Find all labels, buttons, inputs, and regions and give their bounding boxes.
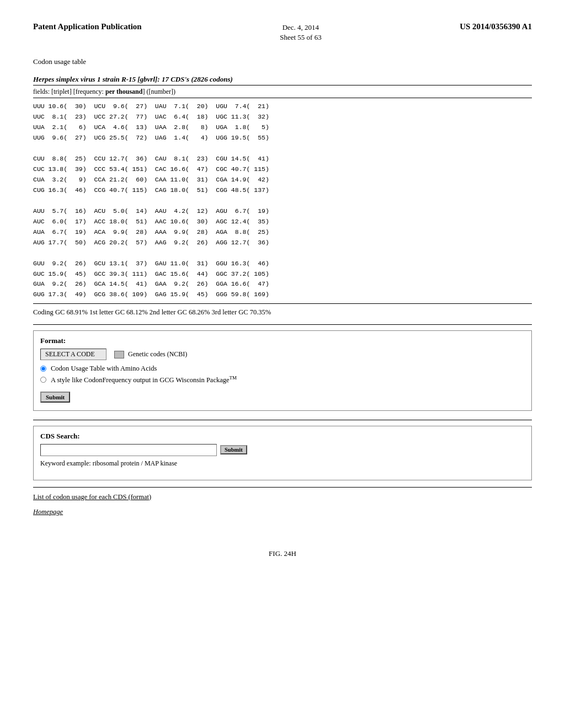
header-right: US 2014/0356390 A1	[460, 22, 532, 31]
codon-label: Codon usage table	[33, 57, 532, 66]
cds-submit-button[interactable]: Submit	[220, 445, 247, 454]
virus-bracket: [gbvrl]	[137, 75, 157, 83]
radio-amino-acids[interactable]	[40, 366, 46, 372]
fields-bold: per thousand	[105, 88, 142, 95]
header-date: Dec. 4, 2014	[282, 23, 319, 32]
gc-line: Coding GC 68.91% 1st letter GC 68.12% 2n…	[33, 308, 532, 317]
format-section: Format: SELECT A CODE Genetic codes (NCB…	[33, 330, 532, 410]
cds-search-input[interactable]	[40, 444, 217, 456]
radio-row-1: Codon Usage Table with Amino Acids	[40, 365, 525, 373]
radio-gcg-label: A style like CodonFrequency output in GC…	[51, 375, 237, 384]
fig-label: FIG. 24H	[33, 549, 532, 558]
page: Patent Application Publication Dec. 4, 2…	[0, 0, 565, 728]
genetic-codes-icon	[114, 351, 124, 358]
cds-section: CDS Search: Submit Keyword example: ribo…	[33, 426, 532, 480]
codon-data-table: UUU 10.6( 30) UCU 9.6( 27) UAU 7.1( 20) …	[33, 101, 532, 300]
format-submit-button[interactable]: Submit	[40, 392, 70, 403]
bottom-rule	[33, 303, 532, 304]
genetic-codes-link[interactable]: Genetic codes (NCBI)	[114, 350, 187, 358]
virus-title: Herpes simplex virus 1 strain R-15 [gbvr…	[33, 75, 233, 83]
homepage-link[interactable]: Homepage	[33, 508, 532, 516]
radio-gcg[interactable]	[40, 377, 46, 383]
page-header: Patent Application Publication Dec. 4, 2…	[33, 22, 532, 42]
top-rule	[33, 85, 532, 85]
header-sheet: Sheet 55 of 63	[280, 33, 321, 42]
list-link[interactable]: List of codon usage for each CDS (format…	[33, 493, 532, 501]
fields-line: fields: [triplet] [frequency: per thousa…	[33, 88, 532, 96]
header-left: Patent Application Publication	[33, 22, 142, 31]
select-code-box[interactable]: SELECT A CODE	[40, 349, 106, 360]
radio-amino-label: Codon Usage Table with Amino Acids	[51, 365, 157, 373]
virus-rest: : 17 CDS's (2826 codons)	[157, 75, 233, 83]
select-row: SELECT A CODE Genetic codes (NCBI)	[40, 349, 525, 360]
virus-title-italic: Herpes simplex virus 1 strain R-15 [gbvr…	[33, 75, 233, 83]
cds-label: CDS Search:	[40, 432, 525, 441]
cds-input-row: Submit	[40, 444, 525, 456]
tm-superscript: TM	[230, 375, 237, 381]
format-label: Format:	[40, 336, 525, 345]
radio-row-2: A style like CodonFrequency output in GC…	[40, 375, 525, 384]
keyword-example: Keyword example: ribosomal protein / MAP…	[40, 459, 525, 468]
genetic-codes-label: Genetic codes (NCBI)	[128, 350, 187, 358]
